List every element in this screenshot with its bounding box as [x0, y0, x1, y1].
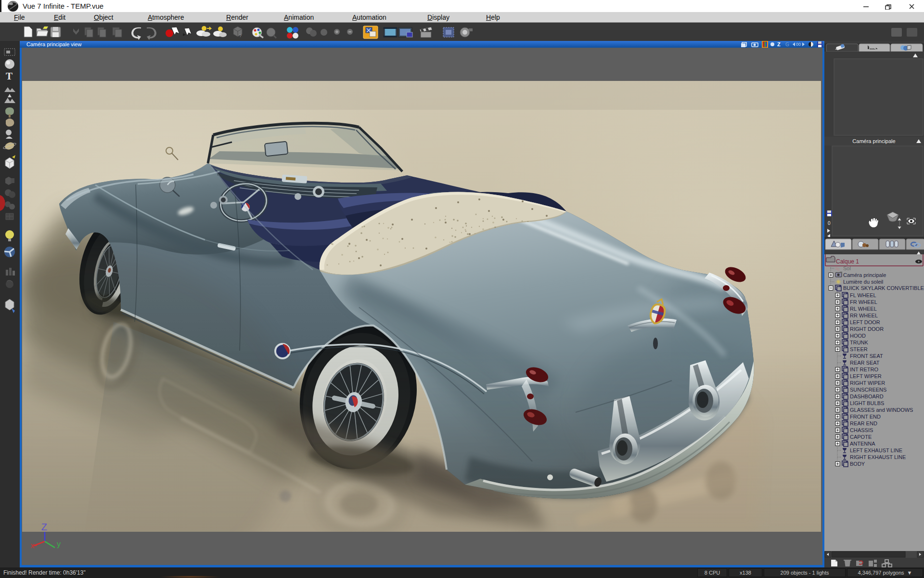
- svg-text:CAPOTE: CAPOTE: [850, 434, 872, 440]
- svg-text:x: x: [31, 541, 35, 550]
- svg-text:Sol: Sol: [843, 265, 851, 271]
- svg-text:G: G: [785, 42, 789, 47]
- svg-text:Calque 1: Calque 1: [836, 258, 859, 265]
- svg-text:BODY: BODY: [850, 461, 865, 467]
- svg-text:LEFT DOOR: LEFT DOOR: [850, 319, 880, 325]
- svg-text:y: y: [57, 540, 61, 548]
- svg-text:BUICK SKYLARK CONVERTIBLE: BUICK SKYLARK CONVERTIBLE: [843, 285, 924, 291]
- svg-text:GLASSES and WINDOWS: GLASSES and WINDOWS: [850, 407, 913, 413]
- svg-text:LEFT WIPER: LEFT WIPER: [850, 373, 882, 379]
- svg-text:?: ?: [239, 33, 242, 38]
- svg-text:FRONT SEAT: FRONT SEAT: [850, 353, 883, 359]
- svg-text:INT RETRO: INT RETRO: [850, 367, 879, 372]
- svg-text:TRUNK: TRUNK: [850, 340, 869, 345]
- svg-text:DASHBOARD: DASHBOARD: [850, 394, 884, 399]
- svg-text:Lumière du soleil: Lumière du soleil: [843, 279, 883, 285]
- svg-text:Caméra principale: Caméra principale: [852, 138, 895, 144]
- svg-text:FRONT END: FRONT END: [850, 414, 881, 420]
- svg-text:ANTENNA: ANTENNA: [850, 441, 875, 447]
- svg-text:T: T: [6, 70, 13, 82]
- svg-text:REAR END: REAR END: [850, 420, 877, 426]
- svg-text:STEER: STEER: [850, 346, 868, 352]
- svg-text:00: 00: [796, 42, 801, 47]
- svg-text:Z: Z: [41, 522, 47, 532]
- svg-text:REAR SEAT: REAR SEAT: [850, 360, 880, 366]
- svg-text:RL WHEEL: RL WHEEL: [850, 306, 877, 312]
- svg-text:CHASSIS: CHASSIS: [850, 427, 873, 433]
- svg-text:LEFT EXHAUST LINE: LEFT EXHAUST LINE: [850, 447, 902, 453]
- svg-text:SUNSCREENS: SUNSCREENS: [850, 387, 886, 393]
- svg-text:HOOD: HOOD: [850, 333, 866, 339]
- svg-text:0: 0: [828, 221, 831, 226]
- svg-text:RR WHEEL: RR WHEEL: [850, 313, 878, 318]
- svg-text:LIGHT BULBS: LIGHT BULBS: [850, 400, 884, 406]
- svg-text:FR WHEEL: FR WHEEL: [850, 299, 877, 305]
- svg-text:RIGHT DOOR: RIGHT DOOR: [850, 326, 884, 332]
- svg-text:Z: Z: [777, 41, 781, 47]
- svg-text:RIGHT WIPER: RIGHT WIPER: [850, 380, 885, 386]
- svg-text:RIGHT EXHAUST LINE: RIGHT EXHAUST LINE: [850, 454, 906, 460]
- svg-text:FL WHEEL: FL WHEEL: [850, 292, 876, 298]
- svg-text:Caméra principale: Caméra principale: [843, 272, 886, 278]
